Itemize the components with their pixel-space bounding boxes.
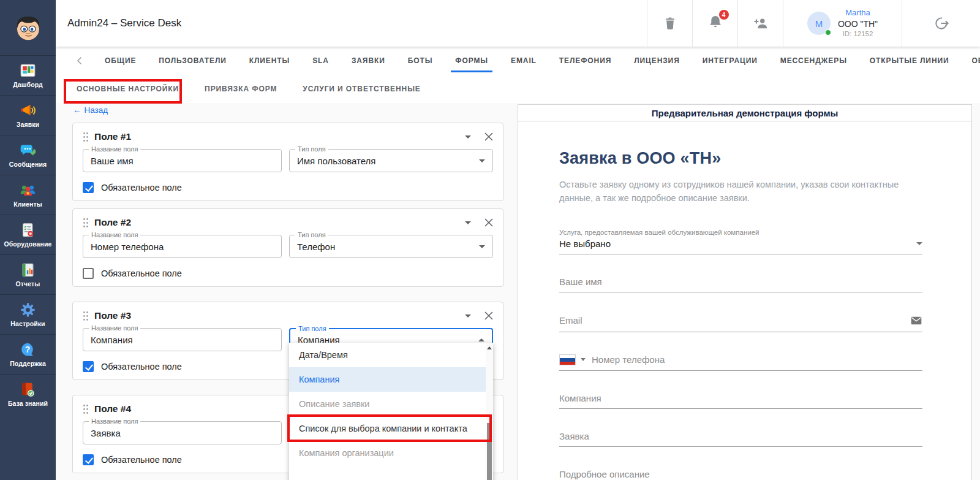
close-icon[interactable] (484, 311, 493, 320)
field-type-value: Имя пользователя (297, 156, 375, 166)
field-name-input[interactable]: Название поля Заявка (83, 421, 282, 444)
sidebar-item-clients[interactable]: Клиенты (0, 175, 56, 215)
tab-formy-active[interactable]: ФОРМЫ (455, 56, 488, 65)
field-type-select[interactable]: Тип поля Телефон (289, 235, 493, 258)
service-select-value: Не выбрано (559, 238, 611, 249)
user-menu[interactable]: M Martha ООО "ТН" ID: 12152 (783, 0, 902, 47)
field-name-input[interactable]: Название поля Ваше имя (83, 149, 282, 172)
preview-field-name[interactable]: Ваше имя (559, 276, 922, 292)
collapse-caret-icon[interactable] (465, 135, 471, 139)
tab-zayavki[interactable]: ЗАЯВКИ (352, 56, 385, 65)
add-user-button[interactable] (737, 0, 783, 47)
sidebar-item-dashboard[interactable]: Дашборд (0, 55, 56, 95)
preview-field-phone[interactable]: Номер телефона (559, 354, 922, 371)
user-info: Martha ООО "ТН" ID: 12152 (838, 7, 878, 39)
field-name-input[interactable]: Название поля Номер телефона (83, 235, 282, 258)
sidebar-item-messages[interactable]: Сообщения (0, 135, 56, 175)
tab-polzovateli[interactable]: ПОЛЬЗОВАТЕЛИ (159, 56, 226, 65)
preview-service-select[interactable]: Услуга, предоставляемая вашей обслуживаю… (559, 229, 922, 254)
tab-integratsii[interactable]: ИНТЕГРАЦИИ (703, 56, 758, 65)
tab-obshchie[interactable]: ОБЩИЕ (105, 56, 136, 65)
option-company-selected[interactable]: Компания (289, 367, 486, 392)
required-checkbox[interactable] (83, 361, 94, 372)
app-title: Admin24 – Service Desk (67, 17, 181, 29)
subtab-uslugi-i-otvetstvennye[interactable]: УСЛУГИ И ОТВЕТСТВЕННЫЕ (303, 85, 420, 93)
field-name-input[interactable]: Название поля Компания (83, 328, 282, 351)
megaphone-icon (20, 102, 36, 119)
clients-people-icon (20, 182, 36, 199)
select-caret-icon (479, 245, 485, 248)
tab-sla[interactable]: SLA (312, 56, 329, 65)
sidebar-item-tickets[interactable]: Заявки (0, 95, 56, 135)
sidebar-item-label: Клиенты (13, 200, 42, 208)
field-type-label: Тип поля (296, 325, 329, 332)
sidebar-item-equipment[interactable]: Оборудование (0, 215, 56, 254)
required-checkbox[interactable] (83, 268, 94, 279)
required-checkbox[interactable] (83, 182, 94, 193)
back-link[interactable]: ← Назад (73, 105, 108, 115)
back-link-label: Назад (85, 105, 108, 115)
drag-handle-icon[interactable] (83, 311, 89, 321)
sidebar-item-reports[interactable]: Отчеты (0, 254, 56, 294)
option-company-contact-list[interactable]: Список для выбора компании и контакта (289, 416, 486, 441)
field-type-select[interactable]: Тип поля Имя пользователя (289, 149, 493, 172)
field-type-label: Тип поля (295, 231, 328, 238)
sidebar-item-label: Настройки (10, 320, 45, 327)
tab-klienty[interactable]: КЛИЕНТЫ (249, 56, 290, 65)
collapse-caret-icon[interactable] (465, 314, 471, 318)
tab-otkrytye-linii[interactable]: ОТКРЫТЫЕ ЛИНИИ (870, 56, 949, 65)
field-name-value: Заявка (91, 428, 121, 438)
field-name-label: Название поля (89, 417, 140, 425)
notification-badge: 4 (719, 10, 729, 20)
sidebar-item-label: Сообщения (9, 161, 47, 168)
close-icon[interactable] (484, 132, 493, 141)
tab-messendzhery[interactable]: МЕССЕНДЖЕРЫ (780, 56, 847, 65)
logout-icon (933, 15, 949, 31)
subtab-osnovnye-nastroyki-active[interactable]: ОСНОВНЫЕ НАСТРОЙКИ (77, 85, 179, 93)
preview-field-detailed-description[interactable]: Подробное описание (559, 469, 922, 480)
profile-avatar[interactable] (0, 0, 56, 55)
dropdown-scrollbar[interactable] (486, 343, 493, 480)
drag-handle-icon[interactable] (83, 132, 89, 142)
support-question-icon: ? (20, 341, 36, 358)
preview-field-request[interactable]: Заявка (559, 431, 922, 447)
tabs-scroll-left[interactable] (77, 56, 82, 65)
flag-caret-icon (581, 358, 586, 361)
tab-telefoniya[interactable]: ТЕЛЕФОНИЯ (559, 56, 611, 65)
tab-litsenziya[interactable]: ЛИЦЕНЗИЯ (634, 56, 679, 65)
collapse-caret-icon[interactable] (465, 221, 471, 224)
drag-handle-icon[interactable] (83, 404, 89, 414)
logout-button[interactable] (902, 0, 980, 47)
settings-gear-icon (20, 302, 36, 318)
drag-handle-icon[interactable] (83, 218, 89, 228)
field-placeholder: Email (559, 315, 582, 326)
preview-panel-title: Предварительная демонстрация формы (518, 105, 971, 121)
preview-field-email[interactable]: Email (559, 314, 922, 332)
option-organization-company[interactable]: Компания организации (289, 441, 486, 465)
scrollbar-thumb[interactable] (487, 423, 492, 480)
field-card-1: Поле #1 Название поля Ваше имя Тип поля … (72, 123, 503, 201)
option-date-time[interactable]: Дата/Время (289, 343, 486, 367)
sidebar-item-support[interactable]: ? Поддержка (0, 334, 56, 374)
preview-field-company[interactable]: Компания (559, 393, 922, 409)
field-placeholder: Подробное описание (559, 469, 650, 479)
tab-boty[interactable]: БОТЫ (408, 56, 433, 65)
notifications-button[interactable]: 4 (692, 0, 737, 47)
russia-flag-icon[interactable] (559, 354, 576, 365)
sidebar-item-settings[interactable]: Настройки (0, 294, 56, 334)
tab-oborudovan[interactable]: ОБОРУДОВАН (972, 56, 980, 65)
tab-email[interactable]: EMAIL (511, 56, 537, 65)
option-request-description[interactable]: Описание заявки (289, 392, 486, 416)
sidebar-item-label: Поддержка (10, 360, 46, 367)
close-icon[interactable] (484, 218, 493, 227)
scroll-up-arrow-icon (487, 346, 492, 349)
required-checkbox[interactable] (83, 454, 94, 465)
sidebar-item-label: Дашборд (13, 81, 43, 88)
dashboard-icon (20, 63, 36, 79)
knowledge-book-icon (20, 381, 36, 398)
subtab-privyazka-form[interactable]: ПРИВЯЗКА ФОРМ (205, 85, 277, 93)
required-checkbox-label: Обязательное поле (101, 455, 182, 465)
trash-button[interactable] (647, 0, 692, 47)
sidebar-item-knowledge-base[interactable]: База знаний (0, 374, 56, 414)
required-checkbox-label: Обязательное поле (101, 183, 182, 192)
